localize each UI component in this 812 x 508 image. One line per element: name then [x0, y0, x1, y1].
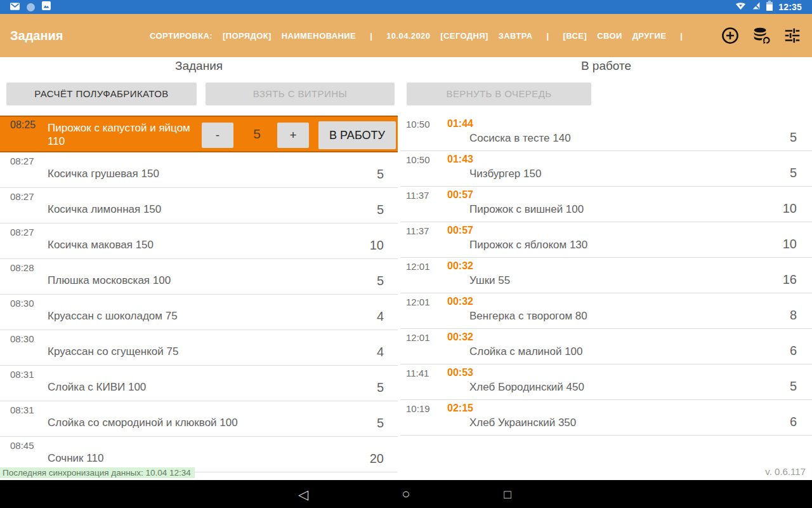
sync-data-button[interactable]: [752, 26, 771, 45]
wifi-icon: [735, 1, 746, 13]
task-row[interactable]: 08:27 Косичка маковая 150 10: [0, 224, 398, 259]
in-progress-row[interactable]: 10:50 01:43 Чизбургер 150 5: [400, 151, 812, 187]
elapsed-timer: 01:43: [447, 154, 473, 165]
task-name: Слойка с КИВИ 100: [48, 381, 146, 394]
task-name: Плюшка московская 100: [48, 274, 171, 287]
task-time: 08:28: [10, 262, 34, 273]
in-progress-row[interactable]: 12:01 00:32 Ушки 55 16: [400, 258, 812, 293]
task-qty: 4: [377, 345, 384, 359]
in-progress-row[interactable]: 11:37 00:57 Пирожок с яблоком 130 10: [400, 222, 812, 258]
in-progress-row[interactable]: 10:19 02:15 Хлеб Украинский 350 6: [400, 400, 812, 436]
task-row[interactable]: 08:28 Плюшка московская 100 5: [0, 259, 398, 295]
task-time: 11:37: [406, 190, 429, 201]
task-qty: 16: [783, 272, 797, 287]
task-name: Хлеб Бородинский 450: [469, 381, 584, 394]
app-version: v. 0.6.117: [765, 466, 806, 477]
elapsed-timer: 00:57: [447, 189, 473, 201]
in-progress-row[interactable]: 12:01 00:32 Венгерка с творогом 80 8: [400, 293, 812, 329]
selected-task-row[interactable]: 08:25 Пирожок с капустой и яйцом 110 - 5…: [0, 116, 398, 152]
elapsed-timer: 02:15: [447, 403, 473, 414]
in-progress-row[interactable]: 11:41 00:53 Хлеб Бородинский 450 5: [400, 364, 812, 400]
task-row[interactable]: 08:30 Круассан со сгущенкой 75 4: [0, 330, 398, 366]
task-time: 12:01: [406, 261, 430, 272]
task-qty: 5: [790, 379, 797, 394]
task-row[interactable]: 08:31 Слойка со смородиной и клюквой 100…: [0, 401, 398, 437]
recents-icon[interactable]: □: [504, 488, 511, 500]
task-row[interactable]: 08:30 Круассан с шоколадом 75 4: [0, 295, 398, 330]
task-name: Венгерка с творогом 80: [469, 310, 587, 323]
qty-decrease-button[interactable]: -: [202, 123, 233, 148]
qty-increase-button[interactable]: +: [277, 123, 309, 148]
android-nav-bar: ◁ ○ □: [0, 480, 812, 508]
task-qty: 5: [377, 380, 384, 395]
elapsed-timer: 00:53: [447, 367, 473, 378]
back-icon[interactable]: ◁: [298, 488, 308, 501]
task-qty: 5: [790, 130, 797, 145]
battery-icon: [766, 1, 773, 13]
status-bar: 12:35: [0, 0, 812, 14]
task-name: Косичка маковая 150: [48, 239, 154, 251]
task-qty: 5: [377, 167, 384, 182]
return-to-queue-button[interactable]: ВЕРНУТЬ В ОЧЕРЕДЬ: [407, 83, 591, 105]
calc-semifinished-button[interactable]: РАСЧЁТ ПОЛУФАБРИКАТОВ: [6, 83, 197, 105]
main-content: Задания В работе РАСЧЁТ ПОЛУФАБРИКАТОВ В…: [0, 57, 812, 480]
task-time: 10:50: [406, 154, 430, 165]
task-row[interactable]: 08:31 Слойка с КИВИ 100 5: [0, 366, 398, 401]
in-progress-list: 10:50 01:44 Сосиска в тесте 140 5 10:50 …: [400, 116, 812, 436]
task-qty: 5: [377, 274, 384, 288]
task-time: 08:25: [10, 119, 36, 131]
in-progress-row[interactable]: 12:01 00:32 Слойка с малиной 100 6: [400, 329, 812, 364]
sort-item-sep-1: |: [366, 31, 376, 41]
elapsed-timer: 00:32: [447, 260, 473, 272]
task-time: 10:19: [406, 403, 430, 414]
task-time: 08:27: [10, 227, 34, 237]
sort-item-date[interactable]: 10.04.2020: [386, 31, 430, 41]
sort-item-tomorrow[interactable]: ЗАВТРА: [499, 31, 533, 41]
task-qty: 10: [783, 237, 797, 251]
task-name: Косичка лимонная 150: [48, 203, 161, 216]
clock-time: 12:35: [778, 2, 802, 12]
task-qty: 6: [790, 415, 797, 429]
task-time: 11:41: [406, 368, 429, 378]
task-row[interactable]: 08:27 Косичка грушевая 150 5: [0, 152, 398, 188]
task-name: Пирожок с вишней 100: [469, 203, 584, 216]
tune-settings-button[interactable]: [783, 26, 802, 45]
sort-item-sep-3: |: [676, 31, 686, 41]
elapsed-timer: 00:32: [447, 296, 473, 307]
queue-panel-title: Задания: [0, 59, 398, 73]
add-task-button[interactable]: [721, 26, 740, 45]
task-row[interactable]: 08:27 Косичка лимонная 150 5: [0, 188, 398, 224]
sort-item-name[interactable]: НАИМЕНОВАНИЕ: [282, 31, 356, 41]
sort-item-others[interactable]: ДРУГИЕ: [632, 31, 667, 41]
sync-status-bar: Последняя синхронизация данных: 10.04 12…: [0, 467, 195, 478]
in-progress-row[interactable]: 10:50 01:44 Сосиска в тесте 140 5: [400, 116, 812, 151]
task-name: Косичка грушевая 150: [48, 168, 159, 180]
notification-dot-icon: [27, 3, 35, 11]
task-time: 08:45: [10, 440, 34, 451]
in-progress-row[interactable]: 11:37 00:57 Пирожок с вишней 100 10: [400, 187, 812, 222]
elapsed-timer: 00:57: [447, 225, 473, 236]
task-qty: 5: [790, 166, 797, 180]
task-name: Круассан со сгущенкой 75: [48, 345, 178, 358]
app-bar: Задания СОРТИРОВКА:[ПОРЯДОК]НАИМЕНОВАНИЕ…: [0, 14, 812, 57]
task-time: 08:30: [10, 298, 34, 309]
qty-value: 5: [242, 126, 272, 142]
task-name: Хлеб Украинский 350: [469, 417, 576, 429]
task-qty: 5: [377, 203, 384, 217]
task-name: Пирожок с капустой и яйцом 110: [48, 121, 199, 148]
task-name: Чизбургер 150: [469, 168, 541, 180]
sort-item-order[interactable]: [ПОРЯДОК]: [223, 31, 272, 41]
sort-item-today[interactable]: [СЕГОДНЯ]: [440, 31, 488, 41]
gmail-notification-icon: [10, 1, 20, 13]
task-time: 08:27: [10, 156, 34, 166]
sort-item-mine[interactable]: СВОИ: [597, 31, 622, 41]
start-work-button[interactable]: В РАБОТУ: [318, 121, 396, 149]
in-progress-panel-title: В работе: [400, 59, 812, 73]
take-from-display-button[interactable]: ВЗЯТЬ С ВИТРИНЫ: [206, 83, 395, 105]
task-time: 08:31: [10, 369, 34, 380]
task-name: Круассан с шоколадом 75: [48, 310, 178, 323]
sort-item-all[interactable]: [ВСЕ]: [563, 31, 587, 41]
sort-filter-menu: СОРТИРОВКА:[ПОРЯДОК]НАИМЕНОВАНИЕ|10.04.2…: [150, 14, 686, 57]
task-queue-list: 08:27 Косичка грушевая 150 5 08:27 Косич…: [0, 152, 398, 472]
home-icon[interactable]: ○: [402, 487, 410, 501]
